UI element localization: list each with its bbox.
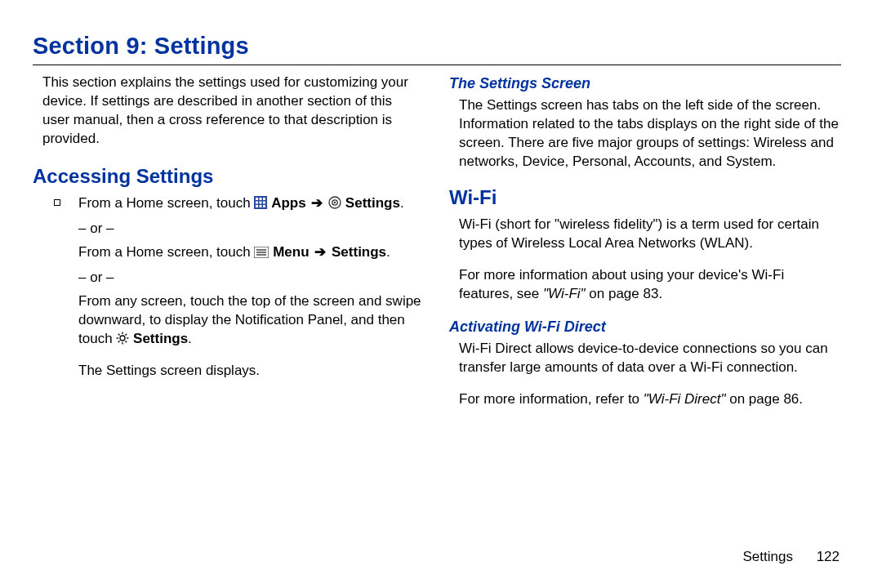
svg-rect-6 (263, 202, 265, 204)
dot2: . (386, 244, 390, 260)
label-apps: Apps (271, 195, 306, 211)
svg-rect-1 (256, 198, 258, 200)
wifi-p2-ref: "Wi-Fi" (543, 286, 586, 301)
right-column: The Settings Screen The Settings screen … (449, 74, 841, 422)
svg-point-17 (120, 336, 125, 341)
svg-rect-4 (256, 202, 258, 204)
svg-line-22 (118, 334, 120, 336)
svg-rect-2 (260, 198, 262, 200)
label-settings-2: Settings (332, 244, 386, 260)
instruction-line-2: From a Home screen, touch Menu ➔ Setting… (78, 243, 425, 264)
text-notification-panel: From any screen, touch the top of the sc… (78, 293, 421, 346)
subheading-settings-screen: The Settings Screen (449, 74, 841, 93)
text-from-home-1: From a Home screen, touch (78, 195, 254, 211)
svg-rect-7 (256, 205, 258, 207)
wifi-direct-ref: "Wi-Fi Direct" (644, 391, 726, 407)
apps-grid-icon (254, 196, 267, 215)
label-menu: Menu (273, 244, 309, 260)
svg-line-23 (126, 341, 127, 342)
footer-page-number: 122 (817, 549, 840, 564)
left-column: This section explains the settings used … (33, 74, 425, 422)
subheading-wifi-direct: Activating Wi-Fi Direct (449, 317, 841, 336)
svg-rect-8 (260, 205, 262, 207)
square-bullet-icon (54, 199, 60, 206)
footer-label: Settings (742, 549, 792, 564)
menu-icon (254, 245, 269, 264)
instruction-line-1: From a Home screen, touch Apps ➔ (78, 194, 425, 215)
wifi-direct-paragraph-2: For more information, refer to "Wi-Fi Di… (459, 390, 841, 409)
label-settings-3: Settings (133, 331, 188, 346)
svg-rect-9 (263, 205, 265, 207)
svg-point-12 (334, 202, 336, 203)
settings-circle-icon (328, 196, 341, 215)
label-settings-1: Settings (345, 195, 400, 211)
dot1: . (400, 195, 404, 211)
text-from-home-2: From a Home screen, touch (78, 244, 254, 260)
wifi-paragraph-1: Wi-Fi (short for "wireless fidelity") is… (459, 216, 841, 253)
heading-wifi: Wi-Fi (449, 185, 841, 211)
or-1: – or – (78, 220, 425, 238)
wifi-direct-paragraph: Wi-Fi Direct allows device-to-device con… (459, 340, 841, 377)
instruction-line-3: From any screen, touch the top of the sc… (78, 292, 425, 350)
svg-line-25 (126, 334, 127, 336)
page-footer: Settings 122 (742, 549, 840, 565)
svg-rect-3 (263, 198, 265, 200)
or-2: – or – (78, 269, 425, 287)
intro-paragraph: This section explains the settings used … (42, 74, 418, 149)
svg-line-24 (118, 341, 120, 342)
dot3: . (188, 331, 192, 346)
arrow-icon: ➔ (310, 195, 324, 211)
heading-accessing-settings: Accessing Settings (33, 163, 425, 189)
settings-gear-icon (116, 332, 129, 350)
instruction-bullet: From a Home screen, touch Apps ➔ (54, 194, 425, 381)
page-title: Section 9: Settings (33, 33, 841, 60)
settings-screen-paragraph: The Settings screen has tabs on the left… (459, 96, 841, 172)
svg-rect-5 (260, 202, 262, 204)
wifi-direct-c: on page 86. (726, 391, 804, 407)
instruction-line-4: The Settings screen displays. (78, 362, 425, 381)
wifi-direct-a: For more information, refer to (459, 391, 644, 407)
wifi-paragraph-2: For more information about using your de… (459, 266, 841, 304)
title-rule (33, 65, 841, 65)
wifi-p2-c: on page 83. (586, 286, 663, 301)
arrow-icon-2: ➔ (313, 244, 327, 260)
